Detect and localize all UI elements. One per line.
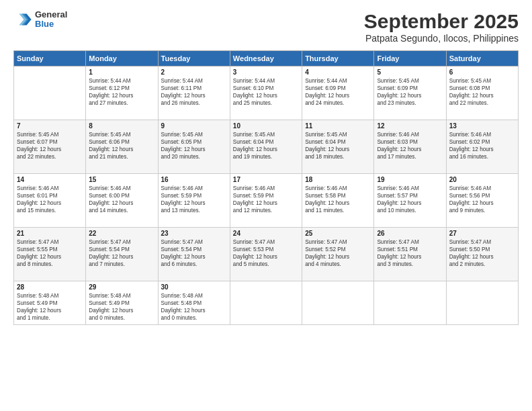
calendar-cell: 20Sunrise: 5:46 AMSunset: 5:56 PMDayligh…: [446, 174, 518, 228]
calendar-cell: 2Sunrise: 5:44 AMSunset: 6:11 PMDaylight…: [158, 66, 230, 120]
calendar-cell: 26Sunrise: 5:47 AMSunset: 5:51 PMDayligh…: [374, 228, 446, 281]
day-info: Sunrise: 5:48 AMSunset: 5:49 PMDaylight:…: [89, 292, 154, 322]
day-info: Sunrise: 5:48 AMSunset: 5:49 PMDaylight:…: [17, 292, 83, 322]
calendar-cell: [230, 281, 302, 325]
day-info: Sunrise: 5:48 AMSunset: 5:48 PMDaylight:…: [161, 292, 227, 322]
day-info: Sunrise: 5:47 AMSunset: 5:51 PMDaylight:…: [377, 238, 443, 268]
day-info: Sunrise: 5:46 AMSunset: 5:59 PMDaylight:…: [161, 185, 227, 214]
calendar-cell: 21Sunrise: 5:47 AMSunset: 5:55 PMDayligh…: [14, 228, 86, 281]
calendar-cell: 30Sunrise: 5:48 AMSunset: 5:48 PMDayligh…: [158, 281, 230, 325]
day-info: Sunrise: 5:46 AMSunset: 6:01 PMDaylight:…: [17, 185, 83, 214]
calendar-cell: 11Sunrise: 5:45 AMSunset: 6:04 PMDayligh…: [302, 120, 374, 174]
calendar-title: September 2025: [364, 10, 519, 33]
day-info: Sunrise: 5:45 AMSunset: 6:07 PMDaylight:…: [17, 131, 83, 161]
calendar-cell: 29Sunrise: 5:48 AMSunset: 5:49 PMDayligh…: [86, 281, 158, 325]
day-info: Sunrise: 5:47 AMSunset: 5:54 PMDaylight:…: [161, 238, 227, 268]
day-info: Sunrise: 5:46 AMSunset: 5:58 PMDaylight:…: [305, 185, 371, 214]
calendar-cell: [374, 281, 446, 325]
day-info: Sunrise: 5:47 AMSunset: 5:52 PMDaylight:…: [305, 238, 371, 268]
day-info: Sunrise: 5:44 AMSunset: 6:09 PMDaylight:…: [305, 77, 371, 107]
day-info: Sunrise: 5:47 AMSunset: 5:53 PMDaylight:…: [233, 238, 299, 268]
day-number: 12: [377, 122, 443, 130]
calendar-week-3: 14Sunrise: 5:46 AMSunset: 6:01 PMDayligh…: [14, 174, 519, 228]
day-number: 22: [89, 230, 154, 237]
calendar-cell: 3Sunrise: 5:44 AMSunset: 6:10 PMDaylight…: [230, 66, 302, 120]
col-header-tuesday: Tuesday: [158, 51, 230, 66]
logo: General Blue: [13, 10, 67, 30]
calendar-cell: [446, 281, 518, 325]
calendar-cell: [14, 66, 86, 120]
calendar-cell: 7Sunrise: 5:45 AMSunset: 6:07 PMDaylight…: [14, 120, 86, 174]
day-info: Sunrise: 5:47 AMSunset: 5:50 PMDaylight:…: [449, 238, 515, 268]
calendar-cell: 15Sunrise: 5:46 AMSunset: 6:00 PMDayligh…: [86, 174, 158, 228]
day-info: Sunrise: 5:46 AMSunset: 6:00 PMDaylight:…: [89, 185, 154, 214]
day-number: 14: [17, 176, 83, 183]
calendar-cell: 18Sunrise: 5:46 AMSunset: 5:58 PMDayligh…: [302, 174, 374, 228]
day-number: 11: [305, 122, 371, 130]
day-number: 4: [305, 68, 371, 76]
day-info: Sunrise: 5:46 AMSunset: 5:57 PMDaylight:…: [377, 185, 443, 214]
day-number: 17: [233, 176, 299, 183]
calendar-cell: 19Sunrise: 5:46 AMSunset: 5:57 PMDayligh…: [374, 174, 446, 228]
logo-icon: [13, 10, 32, 29]
title-section: September 2025 Patpata Segundo, Ilocos, …: [364, 10, 519, 44]
col-header-saturday: Saturday: [446, 51, 518, 66]
day-info: Sunrise: 5:45 AMSunset: 6:04 PMDaylight:…: [305, 131, 371, 161]
day-number: 3: [233, 68, 299, 76]
calendar-cell: 23Sunrise: 5:47 AMSunset: 5:54 PMDayligh…: [158, 228, 230, 281]
calendar-cell: 24Sunrise: 5:47 AMSunset: 5:53 PMDayligh…: [230, 228, 302, 281]
calendar-cell: 17Sunrise: 5:46 AMSunset: 5:59 PMDayligh…: [230, 174, 302, 228]
day-number: 28: [17, 283, 83, 291]
calendar-cell: 13Sunrise: 5:46 AMSunset: 6:02 PMDayligh…: [446, 120, 518, 174]
col-header-wednesday: Wednesday: [230, 51, 302, 66]
calendar-cell: 28Sunrise: 5:48 AMSunset: 5:49 PMDayligh…: [14, 281, 86, 325]
day-info: Sunrise: 5:46 AMSunset: 5:59 PMDaylight:…: [233, 185, 299, 214]
calendar-cell: 10Sunrise: 5:45 AMSunset: 6:04 PMDayligh…: [230, 120, 302, 174]
calendar-cell: 8Sunrise: 5:45 AMSunset: 6:06 PMDaylight…: [86, 120, 158, 174]
logo-blue: Blue: [35, 19, 67, 29]
calendar-week-4: 21Sunrise: 5:47 AMSunset: 5:55 PMDayligh…: [14, 228, 519, 281]
day-info: Sunrise: 5:45 AMSunset: 6:09 PMDaylight:…: [377, 77, 443, 107]
calendar-table: SundayMondayTuesdayWednesdayThursdayFrid…: [13, 50, 519, 325]
day-info: Sunrise: 5:45 AMSunset: 6:04 PMDaylight:…: [233, 131, 299, 161]
day-number: 2: [161, 68, 227, 76]
day-info: Sunrise: 5:45 AMSunset: 6:05 PMDaylight:…: [161, 131, 227, 161]
calendar-cell: 14Sunrise: 5:46 AMSunset: 6:01 PMDayligh…: [14, 174, 86, 228]
day-info: Sunrise: 5:44 AMSunset: 6:10 PMDaylight:…: [233, 77, 299, 107]
day-info: Sunrise: 5:44 AMSunset: 6:11 PMDaylight:…: [161, 77, 227, 107]
day-number: 5: [377, 68, 443, 76]
day-number: 24: [233, 230, 299, 237]
day-info: Sunrise: 5:44 AMSunset: 6:12 PMDaylight:…: [89, 77, 154, 107]
day-info: Sunrise: 5:46 AMSunset: 5:56 PMDaylight:…: [449, 185, 515, 214]
day-info: Sunrise: 5:45 AMSunset: 6:06 PMDaylight:…: [89, 131, 154, 161]
day-number: 9: [161, 122, 227, 130]
calendar-week-2: 7Sunrise: 5:45 AMSunset: 6:07 PMDaylight…: [14, 120, 519, 174]
day-number: 15: [89, 176, 154, 183]
day-number: 18: [305, 176, 371, 183]
day-info: Sunrise: 5:46 AMSunset: 6:02 PMDaylight:…: [449, 131, 515, 161]
col-header-thursday: Thursday: [302, 51, 374, 66]
calendar-cell: 1Sunrise: 5:44 AMSunset: 6:12 PMDaylight…: [86, 66, 158, 120]
calendar-cell: 22Sunrise: 5:47 AMSunset: 5:54 PMDayligh…: [86, 228, 158, 281]
calendar-cell: [302, 281, 374, 325]
col-header-monday: Monday: [86, 51, 158, 66]
day-number: 21: [17, 230, 83, 237]
day-number: 25: [305, 230, 371, 237]
col-header-friday: Friday: [374, 51, 446, 66]
calendar-cell: 9Sunrise: 5:45 AMSunset: 6:05 PMDaylight…: [158, 120, 230, 174]
day-info: Sunrise: 5:46 AMSunset: 6:03 PMDaylight:…: [377, 131, 443, 161]
calendar-cell: 16Sunrise: 5:46 AMSunset: 5:59 PMDayligh…: [158, 174, 230, 228]
day-info: Sunrise: 5:47 AMSunset: 5:55 PMDaylight:…: [17, 238, 83, 268]
day-number: 29: [89, 283, 154, 291]
calendar-cell: 27Sunrise: 5:47 AMSunset: 5:50 PMDayligh…: [446, 228, 518, 281]
logo-general: General: [35, 10, 67, 19]
day-info: Sunrise: 5:45 AMSunset: 6:08 PMDaylight:…: [449, 77, 515, 107]
day-number: 23: [161, 230, 227, 237]
day-number: 20: [449, 176, 515, 183]
calendar-cell: 25Sunrise: 5:47 AMSunset: 5:52 PMDayligh…: [302, 228, 374, 281]
calendar-week-1: 1Sunrise: 5:44 AMSunset: 6:12 PMDaylight…: [14, 66, 519, 120]
calendar-cell: 4Sunrise: 5:44 AMSunset: 6:09 PMDaylight…: [302, 66, 374, 120]
day-info: Sunrise: 5:47 AMSunset: 5:54 PMDaylight:…: [89, 238, 154, 268]
calendar-subtitle: Patpata Segundo, Ilocos, Philippines: [364, 33, 519, 44]
calendar-week-5: 28Sunrise: 5:48 AMSunset: 5:49 PMDayligh…: [14, 281, 519, 325]
